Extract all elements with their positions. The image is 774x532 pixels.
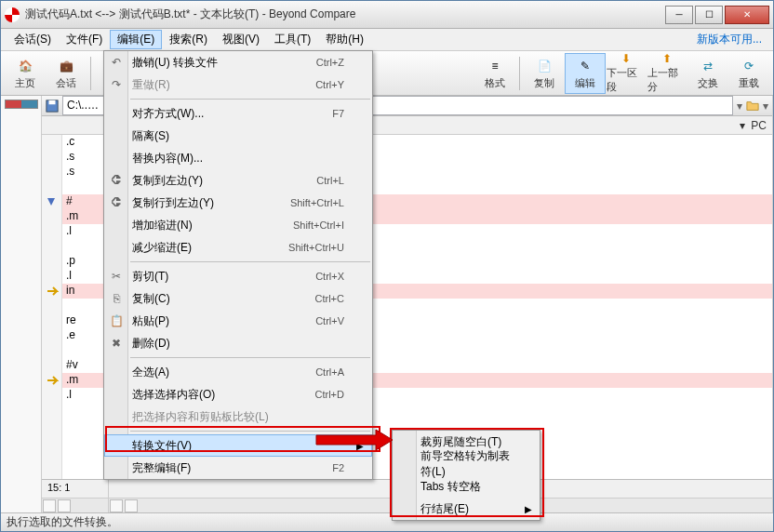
menu-search[interactable]: 搜索(R) [162, 30, 215, 49]
status-text: 执行选取的文件转换。 [7, 514, 118, 530]
edit-dropdown: ↶撤销(U) 转换文件Ctrl+Z↷重做(R)Ctrl+Y对齐方式(W)...F… [103, 50, 373, 480]
submenu-item[interactable]: Tabs 转空格 [393, 475, 540, 498]
menu-item[interactable]: ⮈复制行到左边(Y)Shift+Ctrl+L [104, 192, 372, 214]
save-icon[interactable] [46, 100, 59, 113]
menu-item[interactable]: ✖删除(D) [104, 332, 372, 354]
close-button[interactable]: ✕ [725, 6, 769, 24]
window-title: 测试代码A.txt <--> 测试代码B.txt* - 文本比较(T) - Be… [25, 7, 663, 22]
menu-item[interactable]: 选择选择内容(O)Ctrl+D [104, 383, 372, 406]
dropdown-icon[interactable]: ▾ [737, 100, 742, 113]
menu-item[interactable]: 隔离(S) [104, 125, 372, 147]
left-code[interactable]: .c.s.s# .m.l.p.linre.e#v.m.l [62, 135, 108, 479]
diff-thumb [5, 100, 38, 109]
menu-file[interactable]: 文件(F) [59, 30, 110, 49]
divider [519, 57, 520, 90]
pencil-icon: ✎ [576, 57, 594, 75]
format-button[interactable]: ≡格式 [474, 53, 515, 94]
menu-item[interactable]: 替换内容(M)... [104, 147, 372, 169]
next-diff-button[interactable]: ⬇下一区段 [606, 53, 647, 94]
edit-button[interactable]: ✎编辑 [565, 53, 606, 94]
home-button[interactable]: 🏠主页 [5, 53, 46, 94]
left-info [42, 116, 108, 135]
menu-item[interactable]: 全选(A)Ctrl+A [104, 361, 372, 383]
menu-item[interactable]: 📋粘贴(P)Ctrl+V [104, 310, 372, 332]
left-strip [42, 498, 108, 512]
prev-diff-button[interactable]: ⬆上一部分 [647, 53, 687, 94]
session-button[interactable]: 💼会话 [46, 53, 87, 94]
swap-icon: ⇄ [699, 57, 717, 75]
open-folder-icon[interactable] [746, 100, 759, 113]
left-pane: C:\...\素材 .c.s.s# .m.l.p.linre.e#v.m.l 1… [42, 96, 109, 512]
menu-item[interactable]: 增加缩进(N)Shift+Ctrl+I [104, 214, 372, 236]
copy-button[interactable]: 📄复制 [524, 53, 565, 94]
menu-help[interactable]: 帮助(H) [318, 30, 371, 49]
up-arrow-icon: ⬆ [658, 52, 676, 65]
left-marks [42, 135, 62, 479]
menu-item[interactable]: ⎘复制(C)Ctrl+C [104, 287, 372, 310]
home-icon: 🏠 [16, 57, 34, 75]
menu-item[interactable]: 把选择内容和剪贴板比较(L) [104, 406, 372, 428]
menu-edit[interactable]: 编辑(E) [110, 30, 162, 49]
down-arrow-icon: ⬇ [617, 52, 635, 65]
svg-rect-1 [49, 100, 56, 103]
menu-item[interactable]: 减少缩进(E)Shift+Ctrl+U [104, 236, 372, 259]
update-link[interactable]: 新版本可用... [697, 32, 767, 47]
submenu-item[interactable]: 前导空格转为制表符(L) [393, 453, 540, 475]
minimize-button[interactable]: ─ [665, 6, 693, 24]
left-path[interactable]: C:\...\素材 [62, 96, 104, 115]
statusbar: 执行选取的文件转换。 [1, 512, 773, 531]
reload-button[interactable]: ⟳重载 [728, 53, 769, 94]
app-icon [5, 7, 20, 22]
menubar: 会话(S) 文件(F) 编辑(E) 搜索(R) 视图(V) 工具(T) 帮助(H… [1, 29, 773, 51]
titlebar: 测试代码A.txt <--> 测试代码B.txt* - 文本比较(T) - Be… [1, 1, 773, 29]
maximize-button[interactable]: ☐ [695, 6, 723, 24]
copy-icon: 📄 [535, 57, 554, 75]
format-icon: ≡ [486, 57, 504, 75]
menu-session[interactable]: 会话(S) [7, 30, 59, 49]
submenu-item[interactable]: 行结尾(E)▶ [393, 498, 540, 520]
divider [90, 57, 91, 90]
reload-icon: ⟳ [740, 57, 758, 75]
menu-item[interactable]: 转换文件(V)▶ [104, 434, 372, 457]
browse-dropdown-icon[interactable]: ▾ [763, 100, 768, 113]
transform-submenu: 裁剪尾随空白(T)前导空格转为制表符(L)Tabs 转空格行结尾(E)▶ [392, 430, 540, 521]
thumbnail-gutter[interactable] [1, 96, 42, 512]
menu-item[interactable]: ✂剪切(T)Ctrl+X [104, 265, 372, 287]
briefcase-icon: 💼 [57, 57, 75, 75]
menu-item[interactable]: ↶撤销(U) 转换文件Ctrl+Z [104, 51, 372, 73]
swap-button[interactable]: ⇄交换 [687, 53, 728, 94]
cursor-pos: 15: 1 [42, 479, 108, 498]
menu-item[interactable]: 对齐方式(W)...F7 [104, 102, 372, 125]
menu-tools[interactable]: 工具(T) [267, 30, 318, 49]
menu-item[interactable]: 完整编辑(F)F2 [104, 457, 372, 479]
menu-view[interactable]: 视图(V) [215, 30, 267, 49]
menu-item[interactable]: ⮈复制到左边(Y)Ctrl+L [104, 169, 372, 192]
menu-item[interactable]: ↷重做(R)Ctrl+Y [104, 73, 372, 96]
